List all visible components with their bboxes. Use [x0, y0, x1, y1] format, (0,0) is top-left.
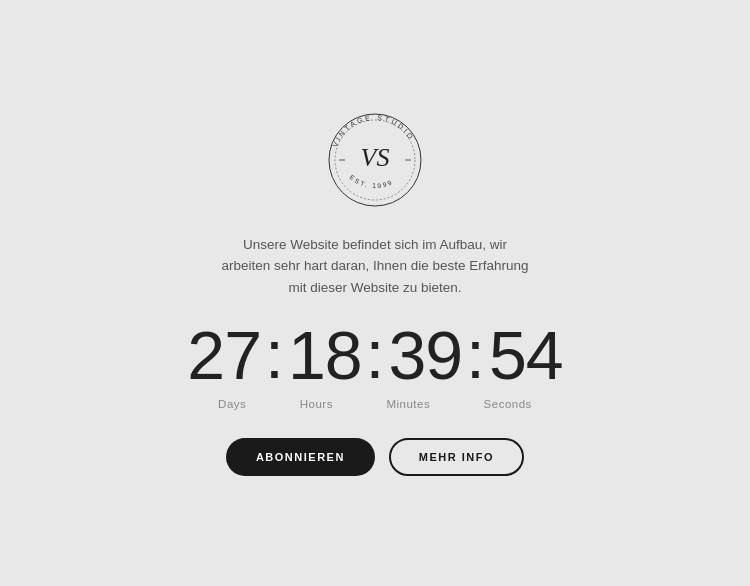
svg-text:VS: VS: [361, 143, 390, 172]
svg-text:EST. 1999: EST. 1999: [348, 173, 394, 189]
countdown-days: 27: [187, 321, 261, 389]
countdown-seconds: 54: [489, 321, 563, 389]
minutes-label: Minutes: [386, 398, 430, 410]
logo-wrapper: VINTAGE STUDIO EST. 1999 VS: [325, 110, 425, 214]
action-buttons: ABONNIEREN MEHR INFO: [226, 438, 524, 476]
separator-1: :: [265, 320, 284, 390]
countdown-hours: 18: [288, 321, 362, 389]
hours-label: Hours: [300, 398, 333, 410]
countdown-minutes: 39: [388, 321, 462, 389]
hours-value: 18: [288, 321, 362, 389]
countdown-labels: Days Hours Minutes Seconds: [187, 398, 562, 410]
separator-2: :: [366, 320, 385, 390]
countdown-timer: 27 : 18 : 39 : 54: [187, 320, 562, 390]
subscribe-button[interactable]: ABONNIEREN: [226, 438, 375, 476]
logo-icon: VINTAGE STUDIO EST. 1999 VS: [325, 110, 425, 210]
description-text: Unsere Website befindet sich im Aufbau, …: [220, 234, 530, 299]
days-value: 27: [187, 321, 261, 389]
minutes-value: 39: [388, 321, 462, 389]
main-container: VINTAGE STUDIO EST. 1999 VS Unsere Websi…: [187, 110, 562, 477]
separator-3: :: [466, 320, 485, 390]
seconds-value: 54: [489, 321, 563, 389]
more-info-button[interactable]: MEHR INFO: [389, 438, 524, 476]
seconds-label: Seconds: [484, 398, 532, 410]
days-label: Days: [218, 398, 246, 410]
